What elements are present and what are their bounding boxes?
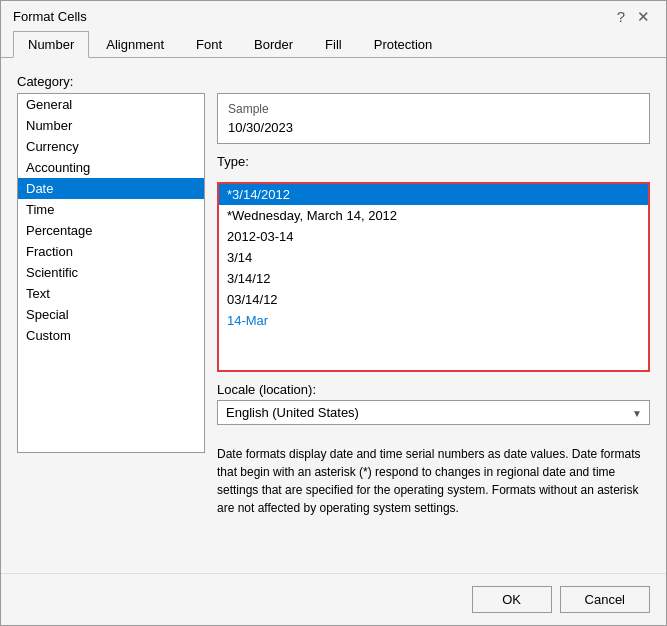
type-list[interactable]: *3/14/2012 *Wednesday, March 14, 2012 20…: [217, 182, 650, 372]
dialog-content: Category: General Number Currency Accoun…: [1, 58, 666, 573]
tab-font[interactable]: Font: [181, 31, 237, 58]
sample-section: Sample 10/30/2023: [217, 93, 650, 144]
type-item-3[interactable]: 3/14: [219, 247, 648, 268]
category-item-time[interactable]: Time: [18, 199, 204, 220]
close-button[interactable]: ✕: [633, 9, 654, 24]
cancel-button[interactable]: Cancel: [560, 586, 650, 613]
main-row: General Number Currency Accounting Date …: [17, 93, 650, 557]
locale-select[interactable]: English (United States): [217, 400, 650, 425]
tab-alignment[interactable]: Alignment: [91, 31, 179, 58]
bottom-buttons: OK Cancel: [1, 573, 666, 625]
title-controls: ? ✕: [613, 9, 654, 24]
tabs-bar: Number Alignment Font Border Fill Protec…: [1, 24, 666, 58]
category-pane: General Number Currency Accounting Date …: [17, 93, 205, 557]
category-item-currency[interactable]: Currency: [18, 136, 204, 157]
category-item-percentage[interactable]: Percentage: [18, 220, 204, 241]
type-item-0[interactable]: *3/14/2012: [219, 184, 648, 205]
category-item-general[interactable]: General: [18, 94, 204, 115]
ok-button[interactable]: OK: [472, 586, 552, 613]
tab-fill[interactable]: Fill: [310, 31, 357, 58]
type-item-1[interactable]: *Wednesday, March 14, 2012: [219, 205, 648, 226]
category-item-fraction[interactable]: Fraction: [18, 241, 204, 262]
tab-border[interactable]: Border: [239, 31, 308, 58]
category-item-date[interactable]: Date: [18, 178, 204, 199]
locale-select-wrapper[interactable]: English (United States) ▼: [217, 400, 650, 425]
right-pane: Sample 10/30/2023 Type: *3/14/2012 *Wedn…: [217, 93, 650, 557]
dialog-title: Format Cells: [13, 9, 87, 24]
type-item-2[interactable]: 2012-03-14: [219, 226, 648, 247]
category-item-scientific[interactable]: Scientific: [18, 262, 204, 283]
title-bar: Format Cells ? ✕: [1, 1, 666, 24]
category-item-number[interactable]: Number: [18, 115, 204, 136]
category-label: Category:: [17, 74, 650, 89]
tab-number[interactable]: Number: [13, 31, 89, 58]
sample-label: Sample: [228, 102, 639, 116]
type-item-5[interactable]: 03/14/12: [219, 289, 648, 310]
category-item-special[interactable]: Special: [18, 304, 204, 325]
help-button[interactable]: ?: [613, 9, 629, 24]
category-item-text[interactable]: Text: [18, 283, 204, 304]
format-cells-dialog: Format Cells ? ✕ Number Alignment Font B…: [0, 0, 667, 626]
category-list[interactable]: General Number Currency Accounting Date …: [17, 93, 205, 453]
type-item-4[interactable]: 3/14/12: [219, 268, 648, 289]
description-text: Date formats display date and time seria…: [217, 445, 650, 517]
category-item-custom[interactable]: Custom: [18, 325, 204, 346]
locale-section: Locale (location): English (United State…: [217, 382, 650, 425]
type-label: Type:: [217, 154, 650, 169]
type-item-6[interactable]: 14-Mar: [219, 310, 648, 331]
tab-protection[interactable]: Protection: [359, 31, 448, 58]
locale-label: Locale (location):: [217, 382, 650, 397]
category-item-accounting[interactable]: Accounting: [18, 157, 204, 178]
sample-value: 10/30/2023: [228, 120, 639, 135]
